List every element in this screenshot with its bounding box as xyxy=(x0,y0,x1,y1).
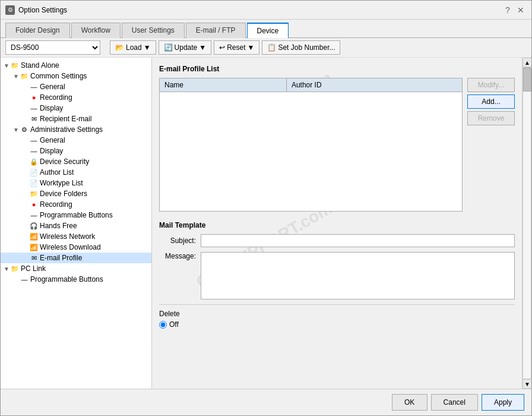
tree-item-device-security[interactable]: 🔒 Device Security xyxy=(1,156,151,167)
tree-item-stand-alone[interactable]: ▼ 📁 Stand Alone xyxy=(1,60,151,71)
tree-item-programmable-buttons-1[interactable]: — Programmable Buttons xyxy=(1,210,151,220)
col-name: Name xyxy=(160,78,286,92)
tree-item-display-1[interactable]: — Display xyxy=(1,103,151,114)
divider xyxy=(159,304,515,305)
wifi-icon: 📶 xyxy=(29,242,39,252)
spacer xyxy=(22,201,29,208)
reset-icon: ↩ xyxy=(219,43,225,52)
apply-button[interactable]: Apply xyxy=(482,394,524,411)
tree-item-recipient-email[interactable]: ✉ Recipient E-mail xyxy=(1,114,151,124)
reset-button[interactable]: ↩ Reset ▼ xyxy=(214,40,259,55)
remove-button[interactable]: Remove xyxy=(467,111,515,125)
tab-workflow[interactable]: Workflow xyxy=(71,23,121,38)
col-author-id: Author ID xyxy=(286,78,462,92)
tree-panel: ▼ 📁 Stand Alone ▼ 📁 Common Settings — Ge… xyxy=(1,58,152,389)
delete-section: Delete Off xyxy=(159,310,515,329)
spacer xyxy=(22,233,29,240)
bottom-bar: OK Cancel Apply xyxy=(1,389,531,415)
message-row: Message: xyxy=(159,252,515,300)
toolbar: DS-9500 📂 Load ▼ 🔄 Update ▼ ↩ Reset ▼ 📋 … xyxy=(1,38,531,58)
tree-item-worktype-list[interactable]: 📄 Worktype List xyxy=(1,178,151,188)
folder-icon: 📁 xyxy=(10,61,20,70)
tree-item-programmable-buttons-2[interactable]: — Programmable Buttons xyxy=(1,274,151,285)
tree-item-general-1[interactable]: — General xyxy=(1,81,151,92)
scrollbar: ▲ ▼ xyxy=(522,58,531,389)
spacer xyxy=(22,94,29,101)
tab-device[interactable]: Device xyxy=(247,23,289,38)
tree-item-general-2[interactable]: — General xyxy=(1,135,151,146)
tree-item-pc-link[interactable]: ▼ 📁 PC Link xyxy=(1,263,151,274)
profile-table: Name Author ID xyxy=(160,78,462,92)
cancel-button[interactable]: Cancel xyxy=(431,394,478,411)
load-icon: 📂 xyxy=(115,43,124,52)
main-content: ▼ 📁 Stand Alone ▼ 📁 Common Settings — Ge… xyxy=(1,58,531,389)
spacer xyxy=(22,169,29,176)
title-bar-left: ⚙ Option Settings xyxy=(5,5,67,15)
delete-off-radio[interactable] xyxy=(159,321,167,329)
profile-table-wrapper: Name Author ID xyxy=(159,78,463,212)
spacer xyxy=(22,147,29,155)
help-button[interactable]: ? xyxy=(502,4,514,16)
tab-folder-design[interactable]: Folder Design xyxy=(5,23,70,38)
spacer xyxy=(12,276,20,283)
mail-template-section: Mail Template Subject: Message: xyxy=(159,221,515,300)
expand-common-settings[interactable]: ▼ xyxy=(12,73,20,80)
tree-item-author-list[interactable]: 📄 Author List xyxy=(1,167,151,178)
message-textarea[interactable] xyxy=(201,252,515,300)
update-icon: 🔄 xyxy=(164,43,173,52)
delete-off-label: Off xyxy=(169,320,179,329)
expand-stand-alone[interactable]: ▼ xyxy=(3,62,10,69)
email-profile-title: E-mail Profile List xyxy=(159,65,515,73)
spacer xyxy=(22,222,29,229)
tab-user-settings[interactable]: User Settings xyxy=(122,23,185,38)
gear-icon: ⚙ xyxy=(20,125,29,134)
profile-table-body xyxy=(160,92,462,211)
scroll-down-button[interactable]: ▼ xyxy=(522,379,531,389)
folder-icon: 📁 xyxy=(20,71,29,81)
add-button[interactable]: Add... xyxy=(467,94,515,109)
folder-icon: 📁 xyxy=(29,189,39,198)
page-icon: — xyxy=(29,82,39,92)
load-button[interactable]: 📂 Load ▼ xyxy=(110,40,156,55)
device-select[interactable]: DS-9500 xyxy=(5,40,100,55)
tree-item-email-profile[interactable]: ✉ E-mail Profile xyxy=(1,253,151,263)
ok-button[interactable]: OK xyxy=(392,394,428,411)
page-icon: — xyxy=(29,146,39,156)
modify-button[interactable]: Modify... xyxy=(467,78,515,92)
email-icon: ✉ xyxy=(29,253,39,263)
tree-item-recording-2[interactable]: ● Recording xyxy=(1,199,151,210)
page-icon: — xyxy=(29,210,39,220)
tree-item-recording-1[interactable]: ● Recording xyxy=(1,92,151,103)
tree-item-device-folders[interactable]: 📁 Device Folders xyxy=(1,188,151,199)
tree-item-admin-settings[interactable]: ▼ ⚙ Administrative Settings xyxy=(1,124,151,135)
scroll-thumb[interactable] xyxy=(523,68,531,92)
message-label: Message: xyxy=(159,252,201,260)
tree-item-wireless-network[interactable]: 📶 Wireless Network xyxy=(1,231,151,242)
red-dot-icon: ● xyxy=(29,200,39,209)
page-icon: — xyxy=(20,275,29,284)
spacer xyxy=(22,115,29,122)
title-bar-controls: ? ✕ xyxy=(502,4,527,16)
subject-label: Subject: xyxy=(159,237,201,245)
expand-admin[interactable]: ▼ xyxy=(12,126,20,133)
tree-item-hands-free[interactable]: 🎧 Hands Free xyxy=(1,220,151,231)
spacer xyxy=(22,105,29,112)
spacer xyxy=(22,244,29,251)
tab-email-ftp[interactable]: E-mail / FTP xyxy=(186,23,246,38)
update-dropdown-icon: ▼ xyxy=(199,43,206,52)
tree-item-display-2[interactable]: — Display xyxy=(1,146,151,156)
subject-row: Subject: xyxy=(159,234,515,247)
subject-input[interactable] xyxy=(201,234,515,247)
reset-dropdown-icon: ▼ xyxy=(248,43,255,52)
expand-pc-link[interactable]: ▼ xyxy=(3,265,10,272)
tree-item-common-settings[interactable]: ▼ 📁 Common Settings xyxy=(1,71,151,81)
tree-item-wireless-download[interactable]: 📶 Wireless Download xyxy=(1,242,151,253)
page-icon: — xyxy=(29,103,39,113)
tab-bar: Folder Design Workflow User Settings E-m… xyxy=(1,20,531,38)
scroll-track[interactable] xyxy=(522,67,531,379)
update-button[interactable]: 🔄 Update ▼ xyxy=(159,40,212,55)
scroll-up-button[interactable]: ▲ xyxy=(522,58,531,67)
profile-buttons: Modify... Add... Remove xyxy=(467,78,515,212)
set-job-button[interactable]: 📋 Set Job Number... xyxy=(262,40,340,55)
close-button[interactable]: ✕ xyxy=(515,4,527,16)
